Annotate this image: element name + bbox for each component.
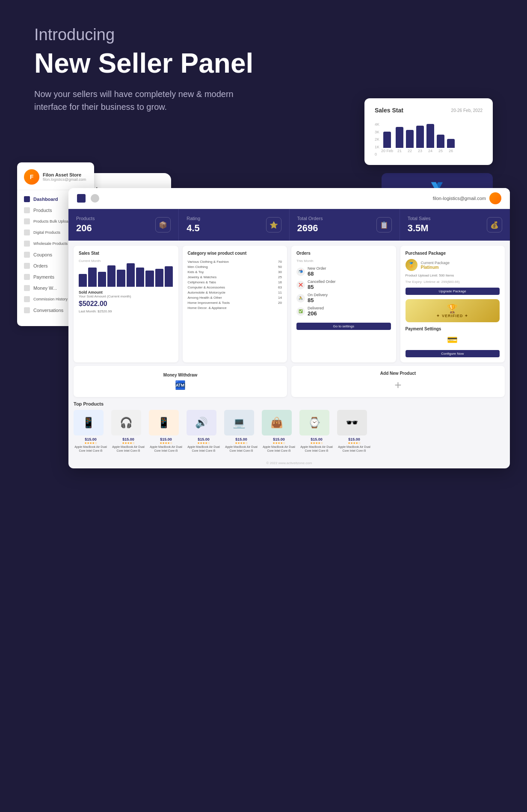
- money-withdraw-label: Money Withdraw: [163, 373, 197, 377]
- cat-name: Kids & Toy: [188, 270, 204, 274]
- ss-bar: [447, 139, 455, 148]
- order-items-list: 📬 New Order 68 ❌ Cancelled Order 85: [296, 266, 391, 317]
- stat-orders-value: 2696: [297, 223, 323, 234]
- package-name: Platinum: [421, 265, 450, 270]
- ss-bar-group: 26: [447, 139, 455, 153]
- category-title: Category wise product count: [188, 251, 282, 256]
- upgrade-package-button[interactable]: Upgrade Package: [406, 288, 500, 295]
- cancelled-order-icon: ❌: [296, 281, 305, 289]
- order-item-cancelled: ❌ Cancelled Order 85: [296, 279, 391, 290]
- top-products-row: 📱 $15.00 ★★★★☆ Apple MacBook Air Dual Co…: [74, 410, 505, 453]
- tp-item-8[interactable]: 🕶️ $15.00 ★★★★☆ Apple MacBook Air Dual C…: [337, 410, 371, 453]
- tp-stars-6: ★★★★☆: [262, 441, 296, 445]
- ss-bar-group: 24: [426, 124, 434, 153]
- conversations-icon: [24, 307, 30, 313]
- tp-img-5: 💻: [224, 410, 254, 435]
- package-badge: 🏅: [406, 259, 417, 271]
- cat-name: Automobile & Motorcycle: [188, 291, 225, 294]
- ss-bar-group: 21: [396, 127, 403, 153]
- tp-item-5[interactable]: 💻 $15.00 ★★★★☆ Apple MacBook Air Dual Co…: [224, 410, 258, 453]
- y-label-1k: 1K: [375, 145, 379, 149]
- settings-icon[interactable]: [91, 194, 99, 203]
- orders-stat-icon: 📋: [376, 217, 392, 232]
- sidebar-item-label: Conversations: [33, 308, 63, 313]
- add-product-card[interactable]: Add New Product +: [291, 366, 505, 397]
- coupons-icon: [24, 252, 30, 258]
- ss-bar-label: 21: [397, 149, 402, 153]
- tp-price-7: $15.00: [299, 437, 334, 441]
- tp-price-6: $15.00: [262, 437, 296, 441]
- stat-rating-label: Rating: [187, 216, 200, 221]
- orders-title: Orders: [296, 251, 391, 256]
- tp-item-6[interactable]: 👜 $15.00 ★★★★☆ Apple MacBook Air Dual Co…: [262, 410, 296, 453]
- cat-count: 11: [278, 291, 282, 294]
- stat-sales-value: 3.5M: [408, 223, 431, 234]
- sold-amount-mini-desc: Your Sold Amount (Current month): [79, 294, 173, 298]
- sidebar-item-label: Wholesale Products: [33, 241, 68, 246]
- cat-item: Various Clothing & Fashion70: [188, 259, 282, 264]
- tp-name-3: Apple MacBook Air Dual Core Intel Core i…: [149, 445, 183, 453]
- verified-badge: 🏆 ✦ VERIFIED ✦: [406, 299, 500, 322]
- y-label-3k: 3K: [375, 130, 379, 134]
- products-icon: [24, 207, 30, 213]
- sidebar-item-label: Dashboard: [33, 197, 58, 202]
- ss-bar-group: 23: [416, 126, 424, 153]
- ss-bar-label: 23: [418, 149, 422, 153]
- package-expiry: The Expiry: Lifetime at: 299($60.66): [406, 280, 500, 284]
- dashboard-panel: filon-logistics@gmail.com Products 206 📦…: [68, 188, 510, 468]
- hero-description: Now your sellers will have completely ne…: [34, 88, 257, 113]
- payment-settings-card: Payment Settings 💳 Configure Now: [406, 327, 500, 357]
- ss-bar: [426, 124, 434, 148]
- cat-name: Among Health & Other: [188, 296, 222, 300]
- tp-img-2: 🎧: [111, 410, 141, 435]
- tp-price-3: $15.00: [149, 437, 183, 441]
- cancelled-order-label: Cancelled Order: [308, 279, 336, 284]
- delivered-label: Delivered: [308, 306, 324, 310]
- order-item-delivered: ✅ Delivered 206: [296, 306, 391, 317]
- cat-name: Various Clothing & Fashion: [188, 260, 229, 264]
- ss-bar-label: 20 Feb: [381, 149, 393, 153]
- cat-item: Computer & Accessories63: [188, 285, 282, 290]
- on-delivery-label: On Delivery: [308, 293, 328, 297]
- tp-item-4[interactable]: 🔊 $15.00 ★★★★☆ Apple MacBook Air Dual Co…: [187, 410, 221, 453]
- ss-bar: [437, 135, 444, 148]
- mini-bar: [127, 263, 135, 287]
- tp-item-2[interactable]: 🎧 $15.00 ★★★★☆ Apple MacBook Air Dual Co…: [111, 410, 145, 453]
- category-card: Category wise product count Various Clot…: [183, 246, 287, 362]
- tp-img-8: 🕶️: [337, 410, 367, 435]
- sidebar-item-label: Coupons: [33, 252, 52, 257]
- tp-price-4: $15.00: [187, 437, 221, 441]
- go-to-settings-button[interactable]: Go to settings: [296, 323, 391, 330]
- configure-now-button[interactable]: Configure Now: [406, 350, 500, 357]
- tp-item-7[interactable]: ⌚ $15.00 ★★★★☆ Apple MacBook Air Dual Co…: [299, 410, 334, 453]
- tp-item-3[interactable]: 📱 $15.00 ★★★★☆ Apple MacBook Air Dual Co…: [149, 410, 183, 453]
- delivery-icon: 🚴: [296, 294, 305, 303]
- sold-amount-mini-title: Sold Amount: [79, 290, 173, 294]
- tp-item-1[interactable]: 📱 $15.00 ★★★★☆ Apple MacBook Air Dual Co…: [74, 410, 108, 453]
- tp-price-2: $15.00: [111, 437, 145, 441]
- mini-bar: [165, 266, 173, 287]
- y-label-0: 0: [375, 152, 379, 156]
- cat-count: 50: [278, 265, 282, 269]
- add-icon: +: [394, 378, 401, 392]
- ss-bar: [396, 127, 403, 148]
- stat-card-products: Products 206 📦: [68, 209, 179, 241]
- cat-item: Cellphones & Tabs16: [188, 279, 282, 285]
- mini-sales-subtitle: Current Month: [79, 259, 173, 263]
- tp-name-7: Apple MacBook Air Dual Core Intel Core i…: [299, 445, 334, 453]
- tp-stars-3: ★★★★☆: [149, 441, 183, 445]
- cat-count: 25: [278, 275, 282, 279]
- package-desc: Product Upload Limit: 500 Items: [406, 274, 500, 277]
- sidebar-item-label: Money W...: [33, 285, 57, 291]
- hero-title: New Seller Panel: [34, 47, 493, 79]
- cat-item: Among Health & Other14: [188, 295, 282, 300]
- mini-bar: [117, 270, 125, 287]
- cat-name: Computer & Accessories: [188, 285, 225, 289]
- menu-icon[interactable]: [77, 194, 86, 203]
- cancelled-order-value: 85: [308, 284, 336, 290]
- tp-name-6: Apple MacBook Air Dual Core Intel Core i…: [262, 445, 296, 453]
- add-product-label: Add New Product: [380, 371, 416, 376]
- payments-icon: [24, 274, 30, 280]
- stat-card-rating: Rating 4.5 ⭐: [179, 209, 289, 241]
- topbar-avatar: [489, 192, 501, 204]
